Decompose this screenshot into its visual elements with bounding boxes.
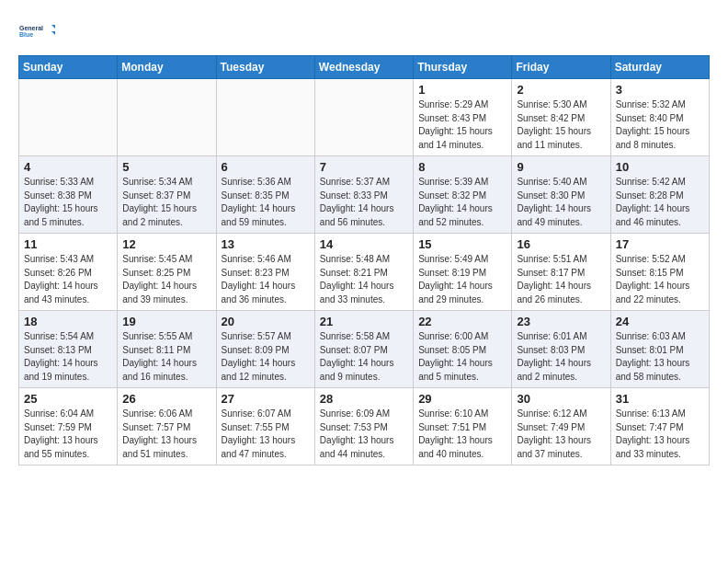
day-info: Sunrise: 5:48 AMSunset: 8:21 PMDaylight:… [320,253,408,306]
calendar-cell: 10Sunrise: 5:42 AMSunset: 8:28 PMDayligh… [610,156,709,234]
day-number: 3 [616,83,704,97]
day-number: 2 [517,83,605,97]
day-info: Sunrise: 5:57 AMSunset: 8:09 PMDaylight:… [222,330,310,384]
day-number: 11 [24,237,112,251]
day-info: Sunrise: 6:07 AMSunset: 7:55 PMDaylight:… [222,408,310,461]
calendar-cell: 3Sunrise: 5:32 AMSunset: 8:40 PMDaylight… [610,79,709,156]
day-info: Sunrise: 6:00 AMSunset: 8:05 PMDaylight:… [418,330,506,384]
day-number: 29 [418,392,506,406]
week-row-4: 18Sunrise: 5:54 AMSunset: 8:13 PMDayligh… [19,311,710,388]
calendar-cell: 15Sunrise: 5:49 AMSunset: 8:19 PMDayligh… [414,234,512,311]
day-info: Sunrise: 6:10 AMSunset: 7:51 PMDaylight:… [418,408,506,461]
day-info: Sunrise: 6:01 AMSunset: 8:03 PMDaylight:… [517,330,605,384]
day-header-wednesday: Wednesday [314,56,413,79]
day-number: 4 [24,160,112,174]
day-number: 30 [517,392,605,406]
day-header-saturday: Saturday [610,56,709,79]
calendar-cell: 29Sunrise: 6:10 AMSunset: 7:51 PMDayligh… [414,388,512,465]
day-info: Sunrise: 5:52 AMSunset: 8:15 PMDaylight:… [616,253,704,306]
day-header-thursday: Thursday [414,56,512,79]
calendar-cell: 9Sunrise: 5:40 AMSunset: 8:30 PMDaylight… [512,156,610,234]
calendar-cell: 21Sunrise: 5:58 AMSunset: 8:07 PMDayligh… [314,311,413,388]
day-info: Sunrise: 5:33 AMSunset: 8:38 PMDaylight:… [24,176,112,229]
calendar-cell [19,79,118,156]
day-info: Sunrise: 5:45 AMSunset: 8:25 PMDaylight:… [122,253,210,306]
day-header-monday: Monday [118,56,216,79]
calendar-cell: 31Sunrise: 6:13 AMSunset: 7:47 PMDayligh… [610,388,709,465]
day-number: 24 [616,315,704,328]
logo: General Blue [18,15,55,48]
calendar-cell: 28Sunrise: 6:09 AMSunset: 7:53 PMDayligh… [314,388,413,465]
calendar-cell: 17Sunrise: 5:52 AMSunset: 8:15 PMDayligh… [610,234,709,311]
calendar-cell: 24Sunrise: 6:03 AMSunset: 8:01 PMDayligh… [610,311,709,388]
svg-text:General: General [19,25,43,31]
day-number: 22 [418,315,506,328]
calendar-cell [118,79,216,156]
day-number: 28 [320,392,408,406]
day-number: 10 [616,160,704,174]
day-number: 31 [616,392,704,406]
day-number: 19 [122,315,210,328]
calendar-cell: 12Sunrise: 5:45 AMSunset: 8:25 PMDayligh… [118,234,216,311]
page-header: General Blue [18,15,710,48]
week-row-5: 25Sunrise: 6:04 AMSunset: 7:59 PMDayligh… [19,388,710,465]
day-number: 1 [418,83,506,97]
day-info: Sunrise: 5:46 AMSunset: 8:23 PMDaylight:… [222,253,310,306]
calendar-cell: 25Sunrise: 6:04 AMSunset: 7:59 PMDayligh… [19,388,118,465]
day-info: Sunrise: 5:58 AMSunset: 8:07 PMDaylight:… [320,330,408,384]
week-row-3: 11Sunrise: 5:43 AMSunset: 8:26 PMDayligh… [19,234,710,311]
day-number: 5 [122,160,210,174]
day-info: Sunrise: 5:36 AMSunset: 8:35 PMDaylight:… [222,176,310,229]
calendar-cell: 22Sunrise: 6:00 AMSunset: 8:05 PMDayligh… [414,311,512,388]
day-number: 8 [418,160,506,174]
day-header-sunday: Sunday [19,56,118,79]
day-number: 17 [616,237,704,251]
day-info: Sunrise: 5:51 AMSunset: 8:17 PMDaylight:… [517,253,605,306]
calendar-cell: 27Sunrise: 6:07 AMSunset: 7:55 PMDayligh… [216,388,314,465]
day-info: Sunrise: 5:54 AMSunset: 8:13 PMDaylight:… [24,330,112,384]
calendar-cell: 13Sunrise: 5:46 AMSunset: 8:23 PMDayligh… [216,234,314,311]
day-number: 21 [320,315,408,328]
day-info: Sunrise: 5:55 AMSunset: 8:11 PMDaylight:… [122,330,210,384]
calendar-cell: 5Sunrise: 5:34 AMSunset: 8:37 PMDaylight… [118,156,216,234]
day-number: 7 [320,160,408,174]
day-number: 13 [222,237,310,251]
day-number: 12 [122,237,210,251]
day-number: 15 [418,237,506,251]
calendar-cell [314,79,413,156]
calendar-cell: 11Sunrise: 5:43 AMSunset: 8:26 PMDayligh… [19,234,118,311]
week-row-2: 4Sunrise: 5:33 AMSunset: 8:38 PMDaylight… [19,156,710,234]
calendar-cell: 18Sunrise: 5:54 AMSunset: 8:13 PMDayligh… [19,311,118,388]
day-number: 26 [122,392,210,406]
day-info: Sunrise: 5:37 AMSunset: 8:33 PMDaylight:… [320,176,408,229]
day-info: Sunrise: 5:49 AMSunset: 8:19 PMDaylight:… [418,253,506,306]
calendar-header-row: SundayMondayTuesdayWednesdayThursdayFrid… [19,56,710,79]
day-info: Sunrise: 6:04 AMSunset: 7:59 PMDaylight:… [24,408,112,461]
calendar-cell: 6Sunrise: 5:36 AMSunset: 8:35 PMDaylight… [216,156,314,234]
calendar-cell: 14Sunrise: 5:48 AMSunset: 8:21 PMDayligh… [314,234,413,311]
day-info: Sunrise: 5:32 AMSunset: 8:40 PMDaylight:… [616,98,704,152]
day-number: 18 [24,315,112,328]
calendar-cell: 23Sunrise: 6:01 AMSunset: 8:03 PMDayligh… [512,311,610,388]
day-info: Sunrise: 6:13 AMSunset: 7:47 PMDaylight:… [616,408,704,461]
day-info: Sunrise: 5:30 AMSunset: 8:42 PMDaylight:… [517,98,605,152]
calendar-table: SundayMondayTuesdayWednesdayThursdayFrid… [18,55,710,465]
day-number: 9 [517,160,605,174]
calendar-cell: 2Sunrise: 5:30 AMSunset: 8:42 PMDaylight… [512,79,610,156]
day-number: 6 [222,160,310,174]
day-info: Sunrise: 6:03 AMSunset: 8:01 PMDaylight:… [616,330,704,384]
day-number: 20 [222,315,310,328]
svg-text:Blue: Blue [19,31,33,38]
day-number: 23 [517,315,605,328]
logo-svg: General Blue [18,15,55,48]
calendar-cell: 7Sunrise: 5:37 AMSunset: 8:33 PMDaylight… [314,156,413,234]
calendar-cell: 16Sunrise: 5:51 AMSunset: 8:17 PMDayligh… [512,234,610,311]
calendar-cell: 1Sunrise: 5:29 AMSunset: 8:43 PMDaylight… [414,79,512,156]
day-info: Sunrise: 6:09 AMSunset: 7:53 PMDaylight:… [320,408,408,461]
day-info: Sunrise: 5:29 AMSunset: 8:43 PMDaylight:… [418,98,506,152]
calendar-cell: 30Sunrise: 6:12 AMSunset: 7:49 PMDayligh… [512,388,610,465]
day-info: Sunrise: 6:12 AMSunset: 7:49 PMDaylight:… [517,408,605,461]
calendar-cell: 8Sunrise: 5:39 AMSunset: 8:32 PMDaylight… [414,156,512,234]
day-number: 27 [222,392,310,406]
day-header-tuesday: Tuesday [216,56,314,79]
